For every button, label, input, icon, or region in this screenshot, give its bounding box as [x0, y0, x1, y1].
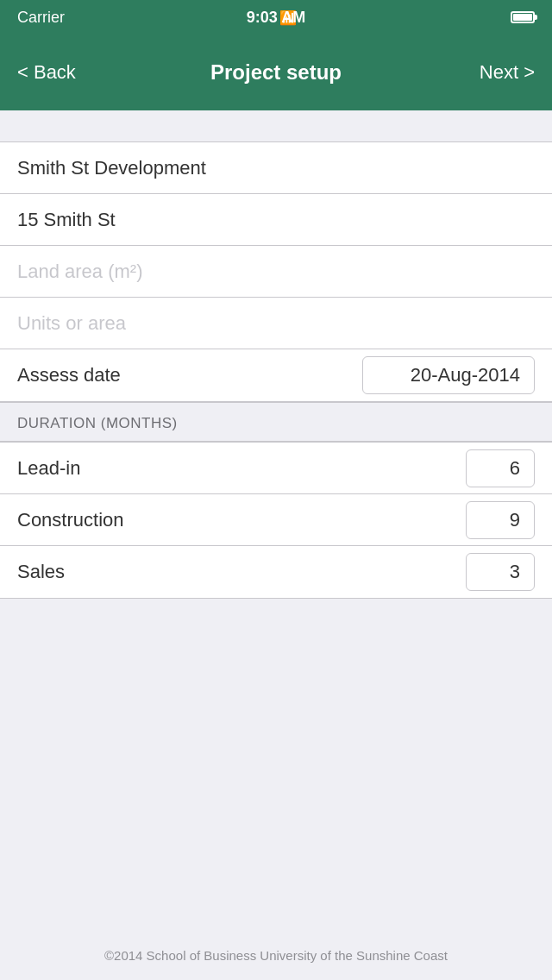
carrier-label: Carrier	[17, 9, 65, 27]
construction-label: Construction	[17, 509, 124, 531]
next-button[interactable]: Next >	[431, 61, 535, 84]
duration-section-header: DURATION (MONTHS)	[0, 402, 552, 442]
project-name-input[interactable]	[17, 145, 535, 192]
status-bar-right	[511, 11, 535, 23]
address-row	[0, 194, 552, 246]
address-input[interactable]	[17, 197, 535, 243]
sales-row: Sales 3	[0, 546, 552, 598]
sales-value[interactable]: 3	[466, 553, 535, 591]
top-spacer	[0, 110, 552, 141]
lead-in-label: Lead-in	[17, 457, 80, 480]
project-form-section: Assess date 20-Aug-2014	[0, 141, 552, 402]
duration-section: Lead-in 6 Construction 9 Sales 3	[0, 442, 552, 599]
battery-icon	[511, 11, 535, 23]
units-area-row	[0, 298, 552, 349]
bottom-area: ©2014 School of Business University of t…	[0, 599, 552, 980]
nav-bar: < Back Project setup Next >	[0, 35, 552, 110]
assess-date-row: Assess date 20-Aug-2014	[0, 349, 552, 401]
lead-in-value[interactable]: 6	[466, 449, 535, 487]
sales-label: Sales	[17, 561, 65, 583]
status-bar: Carrier 📶 9:03 AM	[0, 0, 552, 35]
construction-row: Construction 9	[0, 494, 552, 546]
assess-date-value[interactable]: 20-Aug-2014	[362, 356, 535, 394]
duration-header-text: DURATION (MONTHS)	[17, 415, 178, 431]
footer-text: ©2014 School of Business University of t…	[104, 948, 448, 963]
land-area-row	[0, 246, 552, 298]
land-area-input[interactable]	[17, 248, 535, 295]
construction-value[interactable]: 9	[466, 501, 535, 539]
lead-in-row: Lead-in 6	[0, 443, 552, 494]
project-name-row	[0, 142, 552, 194]
units-area-input[interactable]	[17, 300, 535, 347]
back-button[interactable]: < Back	[17, 61, 121, 84]
assess-date-label: Assess date	[17, 352, 362, 399]
page-title: Project setup	[121, 60, 431, 85]
status-bar-center: 9:03 AM	[247, 9, 305, 27]
